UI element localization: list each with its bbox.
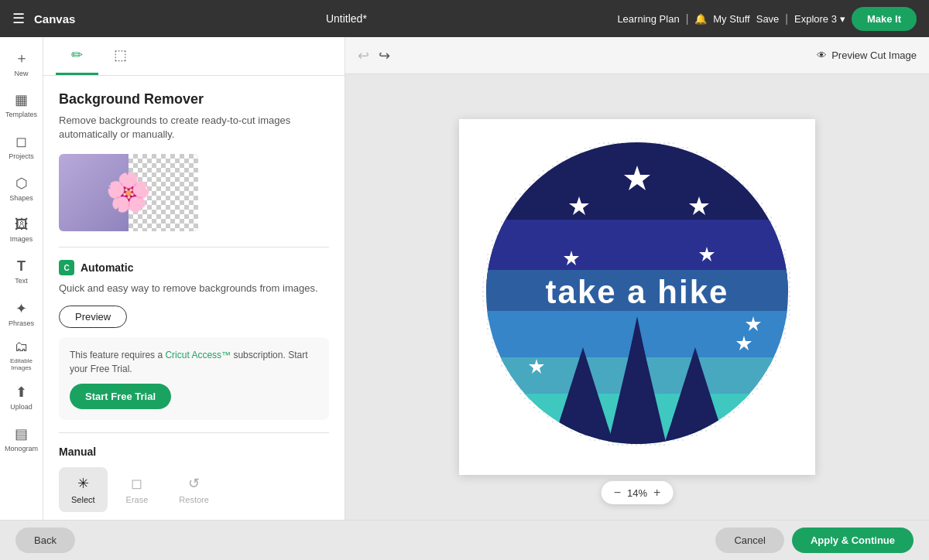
zoom-controls: − 14% + (602, 481, 674, 504)
svg-text:take a hike: take a hike (546, 274, 729, 310)
upload-label: Upload (10, 403, 33, 411)
canvas-toolbar: ↩ ↪ 👁 Preview Cut Image (345, 37, 929, 74)
divider-2 (59, 432, 329, 433)
projects-icon: ◻ (15, 133, 27, 150)
text-icon: T (17, 258, 26, 275)
brush-icon: ✏ (71, 46, 83, 63)
shapes-icon: ⬡ (15, 175, 28, 192)
automatic-title: Automatic (81, 261, 133, 274)
crop-icon: ⬚ (114, 46, 127, 63)
divider-1 (59, 247, 329, 248)
learning-plan-link[interactable]: Learning Plan (617, 13, 679, 25)
back-button[interactable]: Back (15, 528, 75, 553)
flower-image: 🌸 (105, 171, 152, 214)
erase-icon: ◻ (131, 475, 142, 492)
shapes-label: Shapes (9, 194, 33, 202)
monogram-label: Monogram (5, 445, 38, 452)
start-free-trial-button[interactable]: Start Free Trial (70, 384, 171, 409)
access-text: This feature requires a Cricut Access™ s… (70, 348, 318, 376)
preview-cut-label: Preview Cut Image (831, 50, 917, 61)
make-it-button[interactable]: Make It (852, 7, 917, 31)
sidebar-item-upload[interactable]: ⬆ Upload (2, 377, 41, 416)
explore-button[interactable]: Explore 3 ▾ (794, 13, 845, 25)
select-icon: ✳ (77, 475, 89, 492)
sidebar-item-templates[interactable]: ▦ Templates (2, 85, 41, 124)
document-title: Untitled* (84, 12, 608, 25)
cricut-icon: C (59, 260, 74, 275)
new-label: New (14, 70, 28, 77)
text-label: Text (15, 277, 28, 285)
eye-icon: 👁 (817, 50, 827, 61)
sidebar-item-phrases[interactable]: ✦ Phrases (2, 294, 41, 333)
preview-cut-image-button[interactable]: 👁 Preview Cut Image (817, 50, 917, 61)
save-link[interactable]: Save (756, 13, 780, 25)
tab-background-remover[interactable]: ✏ (56, 37, 98, 75)
restore-tool-button[interactable]: ↺ Restore (166, 467, 221, 512)
erase-label: Erase (126, 495, 149, 504)
templates-icon: ▦ (15, 91, 28, 108)
panel-tabs: ✏ ⬚ (43, 37, 345, 76)
access-required-box: This feature requires a Cricut Access™ s… (59, 337, 329, 420)
canvas-viewport: take a hike (345, 74, 929, 520)
chevron-down-icon: ▾ (840, 13, 845, 25)
automatic-description: Quick and easy way to remove backgrounds… (59, 282, 329, 295)
sidebar-item-images[interactable]: 🖼 Images (2, 210, 41, 249)
zoom-out-button[interactable]: − (614, 486, 621, 500)
images-icon: 🖼 (15, 217, 29, 233)
redo-button[interactable]: ↪ (379, 47, 390, 64)
panel-title: Background Remover (59, 91, 329, 108)
topbar: ☰ Canvas Untitled* Learning Plan | 🔔 My … (0, 0, 929, 37)
upload-icon: ⬆ (15, 384, 27, 401)
bottom-bar: Back Cancel Apply & Continue (0, 520, 929, 560)
image-preview: 🌸 (59, 154, 198, 231)
sidebar-item-editable-images[interactable]: 🗂 Editable Images (2, 336, 41, 374)
panel-description: Remove backgrounds to create ready-to-cu… (59, 114, 329, 142)
plus-icon: ＋ (15, 49, 29, 67)
zoom-value: 14% (627, 487, 647, 499)
projects-label: Projects (9, 152, 34, 160)
main-layout: ＋ New ▦ Templates ◻ Projects ⬡ Shapes 🖼 … (0, 37, 929, 520)
select-label: Select (71, 495, 95, 504)
preview-button[interactable]: Preview (59, 306, 127, 328)
icon-rail: ＋ New ▦ Templates ◻ Projects ⬡ Shapes 🖼 … (0, 37, 43, 520)
sidebar-item-new[interactable]: ＋ New (2, 43, 41, 82)
panel: ✏ ⬚ Background Remover Remove background… (43, 37, 345, 520)
topbar-right: Learning Plan | 🔔 My Stuff Save | Explor… (617, 7, 917, 31)
monogram-icon: ▤ (15, 425, 28, 442)
sidebar-item-shapes[interactable]: ⬡ Shapes (2, 169, 41, 207)
menu-icon[interactable]: ☰ (12, 10, 25, 27)
sticker-svg: take a hike (459, 119, 815, 475)
canvas-area: ↩ ↪ 👁 Preview Cut Image (345, 37, 929, 520)
images-label: Images (10, 235, 33, 243)
sidebar-item-text[interactable]: T Text (2, 252, 41, 291)
notification-icon[interactable]: 🔔 (694, 13, 707, 25)
phrases-label: Phrases (9, 319, 34, 327)
manual-title: Manual (59, 446, 329, 458)
select-tool-button[interactable]: ✳ Select (59, 467, 108, 512)
restore-icon: ↺ (188, 475, 200, 492)
editable-images-icon: 🗂 (15, 339, 29, 355)
tab-crop[interactable]: ⬚ (98, 37, 142, 75)
automatic-section-header: C Automatic (59, 260, 329, 275)
erase-tool-button[interactable]: ◻ Erase (114, 467, 161, 512)
templates-label: Templates (5, 111, 37, 118)
bottom-right-actions: Cancel Apply & Continue (715, 528, 914, 553)
apply-continue-button[interactable]: Apply & Continue (792, 528, 914, 553)
my-stuff-link[interactable]: My Stuff (713, 13, 749, 25)
zoom-in-button[interactable]: + (653, 486, 660, 500)
manual-tools: ✳ Select ◻ Erase ↺ Restore (59, 467, 329, 512)
phrases-icon: ✦ (15, 300, 27, 317)
undo-button[interactable]: ↩ (358, 47, 369, 64)
sidebar-item-monogram[interactable]: ▤ Monogram (2, 419, 41, 458)
design-canvas[interactable]: take a hike (459, 119, 815, 475)
sidebar-item-projects[interactable]: ◻ Projects (2, 127, 41, 166)
panel-content: Background Remover Remove backgrounds to… (43, 76, 345, 520)
cancel-button[interactable]: Cancel (715, 528, 783, 553)
cricut-access-link[interactable]: Cricut Access™ (165, 350, 231, 360)
editable-images-label: Editable Images (2, 357, 41, 371)
restore-label: Restore (179, 495, 209, 504)
app-logo: Canvas (34, 12, 75, 26)
